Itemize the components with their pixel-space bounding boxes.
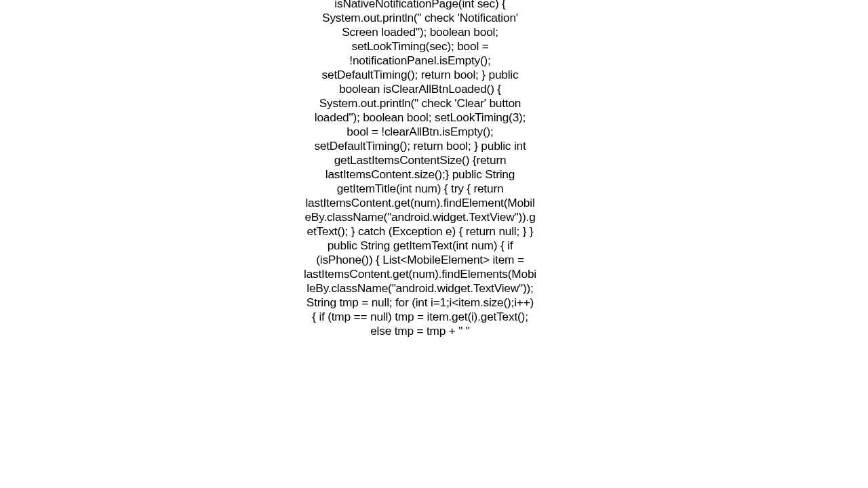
code-content: isNativeNotificationPage(int sec) { Syst… xyxy=(304,0,536,338)
code-text-block: isNativeNotificationPage(int sec) { Syst… xyxy=(303,0,537,338)
